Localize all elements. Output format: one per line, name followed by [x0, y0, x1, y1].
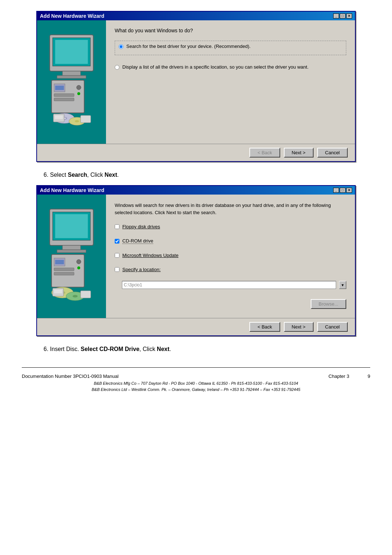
footer-chapter: Chapter 3 [328, 374, 349, 379]
wizard-dialog-2: Add New Hardware Wizard _ □ ✕ [36, 185, 356, 336]
footer-doc-number: Documentation Number 3PCIO1-0903 Manual [22, 374, 119, 379]
footer-line1: Documentation Number 3PCIO1-0903 Manual … [22, 374, 370, 379]
svg-rect-2 [55, 40, 88, 64]
checkbox-cdrom-label: CD-ROM drive [122, 238, 153, 244]
wizard-sidebar-1 [37, 20, 106, 144]
wizard-content-2: Windows will search for new drivers in i… [106, 195, 355, 318]
step-6b-middle: , Click [139, 346, 157, 352]
svg-rect-27 [55, 260, 64, 264]
close-button-2[interactable]: ✕ [346, 188, 352, 193]
wizard-desc-2: Windows will search for new drivers in i… [115, 202, 346, 216]
option2-radio-row: Display a list of all the drivers in a s… [115, 64, 346, 70]
checkbox-location-label: Specify a location: [122, 267, 161, 272]
step-6a-suffix: . [117, 172, 119, 178]
wizard-body-2: Windows will search for new drivers in i… [37, 195, 355, 318]
close-button-1[interactable]: ✕ [346, 13, 352, 19]
titlebar-1-label: Add New Hardware Wizard [40, 13, 104, 19]
location-input-row: ▼ [122, 281, 346, 289]
svg-point-35 [73, 295, 78, 298]
step-6a-label: 6. Select Search, Click Next. [44, 171, 370, 179]
wizard-content-1: What do you want Windows to do? Search f… [106, 20, 355, 144]
svg-point-11 [77, 92, 80, 95]
minimize-button-1[interactable]: _ [333, 13, 339, 19]
location-dropdown-arrow[interactable]: ▼ [339, 281, 346, 289]
footer-address-1: B&B Electronics Mfg Co – 707 Dayton Rd -… [22, 380, 370, 387]
step-6a-middle: , Click [87, 172, 105, 178]
svg-rect-4 [57, 76, 86, 78]
step-6b-prefix: 6. Insert Disc. [44, 346, 81, 352]
checkbox-floppy-row: Floppy disk drives [115, 224, 346, 229]
footer-line2: B&B Electronics Mfg Co – 707 Dayton Rd -… [22, 380, 370, 392]
computer-illustration-2 [42, 205, 101, 307]
checkbox-floppy[interactable] [115, 224, 119, 229]
option1-box: Search for the best driver for your devi… [115, 41, 346, 55]
step-6a-bold1: Search [68, 172, 87, 178]
checkbox-location-row: Specify a location: [115, 267, 346, 272]
svg-rect-3 [62, 71, 81, 76]
svg-rect-23 [62, 245, 81, 250]
titlebar-1: Add New Hardware Wizard _ □ ✕ [37, 12, 355, 20]
svg-rect-9 [54, 98, 74, 101]
svg-rect-28 [54, 268, 74, 271]
minimize-button-2[interactable]: _ [333, 188, 339, 193]
wizard-footer-1: < Back Next > Cancel [37, 144, 355, 161]
step-6b-bold1: Select CD-ROM Drive [81, 346, 139, 352]
option2-radio[interactable] [115, 65, 119, 70]
step-6b-suffix: . [170, 346, 171, 352]
wizard-dialog-1: Add New Hardware Wizard _ □ ✕ [36, 11, 356, 162]
titlebar-2-buttons: _ □ ✕ [333, 188, 352, 193]
checkbox-cdrom-row: CD-ROM drive [115, 238, 346, 244]
back-button-1[interactable]: < Back [249, 148, 280, 158]
next-button-2[interactable]: Next > [284, 322, 314, 332]
svg-point-31 [77, 266, 80, 269]
option1-text: Search for the best driver for your devi… [126, 43, 250, 50]
svg-point-16 [75, 120, 79, 122]
option2-text: Display a list of all the drivers in a s… [122, 64, 309, 70]
back-button-2[interactable]: < Back [249, 322, 280, 332]
step-6a-prefix: 6. Select [44, 172, 68, 178]
maximize-button-2[interactable]: □ [340, 188, 346, 193]
svg-rect-22 [55, 214, 88, 238]
svg-rect-7 [55, 86, 64, 90]
page-footer: Documentation Number 3PCIO1-0903 Manual … [22, 367, 370, 392]
wizard-question-1: What do you want Windows to do? [115, 28, 346, 33]
footer-chapter-page: Chapter 3 9 [328, 374, 370, 379]
svg-rect-18 [55, 115, 63, 119]
computer-illustration-1 [42, 31, 101, 133]
checkbox-floppy-label: Floppy disk drives [122, 224, 160, 229]
step-6b-label: 6. Insert Disc. Select CD-ROM Drive, Cli… [44, 345, 370, 354]
cancel-button-2[interactable]: Cancel [317, 322, 348, 332]
wizard-body-1: What do you want Windows to do? Search f… [37, 20, 355, 144]
step-6a-bold2: Next [105, 172, 117, 178]
svg-rect-29 [54, 272, 74, 275]
footer-address-2: B&B Electronics Ltd – Westlink Comm. Pk.… [22, 387, 370, 393]
browse-button[interactable]: Browse... [311, 299, 346, 309]
svg-point-30 [77, 260, 81, 264]
wizard-sidebar-2 [37, 195, 106, 318]
titlebar-2-label: Add New Hardware Wizard [40, 187, 104, 193]
titlebar-1-buttons: _ □ ✕ [333, 13, 352, 19]
checkbox-winupdate[interactable] [115, 253, 119, 258]
next-button-1[interactable]: Next > [284, 148, 314, 158]
checkbox-winupdate-row: Microsoft Windows Update [115, 253, 346, 258]
checkbox-location[interactable] [115, 267, 119, 272]
option1-radio-row: Search for the best driver for your devi… [119, 43, 342, 50]
wizard-footer-2: < Back Next > Cancel [37, 318, 355, 335]
svg-rect-8 [54, 94, 74, 97]
cancel-button-1[interactable]: Cancel [317, 148, 348, 158]
svg-rect-19 [81, 115, 91, 123]
checkbox-cdrom[interactable] [115, 239, 119, 244]
svg-rect-24 [57, 250, 86, 253]
svg-rect-37 [54, 290, 62, 293]
svg-rect-38 [81, 291, 91, 298]
checkbox-winupdate-label: Microsoft Windows Update [122, 253, 179, 258]
footer-page: 9 [368, 374, 370, 379]
titlebar-2: Add New Hardware Wizard _ □ ✕ [37, 186, 355, 195]
svg-point-10 [77, 85, 81, 90]
location-input[interactable] [122, 281, 336, 289]
browse-btn-row: Browse... [115, 299, 346, 309]
step-6b-bold2: Next [157, 346, 170, 352]
option1-radio[interactable] [119, 44, 123, 49]
maximize-button-1[interactable]: □ [340, 13, 346, 19]
